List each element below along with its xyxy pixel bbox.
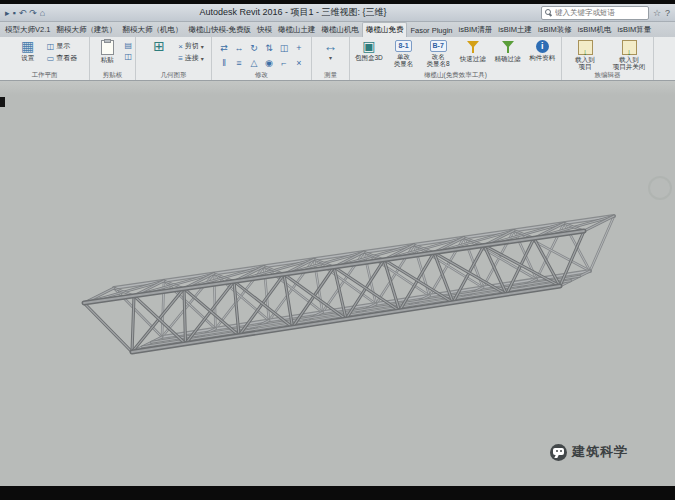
join-icon: ≡ <box>178 54 183 63</box>
quick-access-toolbar: ▸ ▪ ↶ ↷ ⌂ <box>5 8 45 18</box>
ribbon-tab[interactable]: isBIM机电 <box>575 23 615 37</box>
panel-label: 工作平面 <box>0 70 89 80</box>
save-icon[interactable]: ▪ <box>13 8 16 18</box>
ribbon: ▦ 设置 ◫ 显示 ▭ 查看器 工作平面 <box>0 37 675 81</box>
panel-workplane: ▦ 设置 ◫ 显示 ▭ 查看器 工作平面 <box>0 37 90 80</box>
undo-icon[interactable]: ↶ <box>19 8 27 18</box>
load-into-project-close-button[interactable]: ↓ 载入到 项目并关闭 <box>608 39 650 70</box>
pin-icon[interactable]: ◉ <box>262 56 276 70</box>
delete-icon[interactable]: × <box>292 56 306 70</box>
quick-filter-button[interactable]: 快速过滤 <box>457 39 489 62</box>
button-label: 剪切 <box>185 41 199 51</box>
rotate-icon[interactable]: ↻ <box>247 41 261 55</box>
load-into-project-close-icon: ↓ <box>622 40 637 55</box>
ribbon-tab[interactable]: 快模 <box>254 23 275 37</box>
open-icon[interactable]: ▸ <box>5 8 10 18</box>
panel-measure: ↔ ▾ 测量 <box>312 37 350 80</box>
panel-glsfree-tools: ▣ 包围盒3D 8-1 单改 类显名 B-7 改名 类显名8 快速过滤 <box>350 37 562 80</box>
panel-label: 几何图形 <box>136 70 211 80</box>
chevron-down-icon: ▾ <box>201 43 204 50</box>
set-workplane-button[interactable]: ▦ 设置 <box>12 39 44 61</box>
panel-label: 修改 <box>212 70 311 80</box>
scale-icon[interactable]: △ <box>247 56 261 70</box>
paste-button[interactable]: 粘贴 <box>93 39 121 63</box>
ribbon-tab[interactable]: 模型大师V2.1 <box>2 23 53 37</box>
info-icon: i <box>536 40 549 53</box>
trim-icon[interactable]: ⌐ <box>277 56 291 70</box>
ribbon-tab-active[interactable]: 橄榄山免费 <box>362 22 408 37</box>
array-icon[interactable]: ≡ <box>232 56 246 70</box>
chat-bubble-logo-icon <box>550 444 567 461</box>
panel-label: 橄榄山(免费效率工具) <box>350 70 561 80</box>
panel-label: 族编辑器 <box>562 70 653 80</box>
help-icon[interactable]: ? <box>665 8 670 18</box>
button-label: 快速过滤 <box>460 55 486 62</box>
panel-family-editor: ↓ 载入到 项目 ↓ 载入到 项目并关闭 族编辑器 <box>562 37 654 80</box>
move-icon[interactable]: ↔ <box>232 41 246 55</box>
precise-filter-button[interactable]: 精确过滤 <box>492 39 524 62</box>
geometry-button[interactable]: ⊞ <box>143 39 175 54</box>
favorites-icon[interactable]: ☆ <box>653 8 661 18</box>
bottom-edge-bar <box>0 486 675 500</box>
button-label: 查看器 <box>56 53 77 63</box>
workplane-grid-icon: ▦ <box>21 39 34 54</box>
ribbon-tab-bar: 模型大师V2.1 翻模大师（建筑） 翻模大师（机电） 橄榄山快模-免费版 快模 … <box>0 22 675 37</box>
copy-icon[interactable]: ◫ <box>277 41 291 55</box>
home-icon[interactable]: ⌂ <box>40 8 45 18</box>
button-label: 显示 <box>56 41 70 51</box>
rename-batch-icon: B-7 <box>430 40 447 52</box>
redo-icon[interactable]: ↷ <box>29 8 37 18</box>
button-label: 粘贴 <box>101 56 114 63</box>
panel-label: 测量 <box>312 70 349 80</box>
add-icon[interactable]: + <box>292 41 306 55</box>
truss-model-wireframe <box>0 81 675 486</box>
ribbon-tab[interactable]: Fasor Plugin <box>407 24 455 37</box>
ribbon-tab[interactable]: 橄榄山土建 <box>275 23 319 37</box>
ribbon-tab[interactable]: isBIM清册 <box>456 23 496 37</box>
ribbon-tab[interactable]: 翻模大师（建筑） <box>53 23 119 37</box>
navigation-wheel-icon[interactable] <box>648 176 672 200</box>
ribbon-tab[interactable]: 橄榄山机电 <box>318 23 362 37</box>
panel-clipboard: 粘贴 ▤ ◫ 剪贴板 <box>90 37 136 80</box>
panel-label: 剪贴板 <box>90 70 135 80</box>
load-into-project-button[interactable]: ↓ 载入到 项目 <box>565 39 605 70</box>
button-label: 单改 类显名 <box>394 53 414 67</box>
ribbon-tab[interactable]: 翻模大师（机电） <box>119 23 185 37</box>
revit-window: ▸ ▪ ↶ ↷ ⌂ Autodesk Revit 2016 - 项目1 - 三维… <box>0 0 675 500</box>
panel-geometry: ⊞ × 剪切 ▾ ≡ 连接 ▾ 几何图形 <box>136 37 212 80</box>
ribbon-tab[interactable]: isBIM装修 <box>535 23 575 37</box>
watermark-text: 建筑科学 <box>572 443 628 461</box>
cut-icon: × <box>178 42 183 51</box>
measure-icon: ↔ <box>324 39 338 54</box>
measure-button[interactable]: ↔ ▾ <box>315 39 346 61</box>
button-label: 构件资料 <box>529 54 555 61</box>
title-bar: ▸ ▪ ↶ ↷ ⌂ Autodesk Revit 2016 - 项目1 - 三维… <box>0 4 675 22</box>
3d-viewport[interactable]: 建筑科学 <box>0 81 675 486</box>
search-input[interactable] <box>555 8 645 18</box>
element-info-button[interactable]: i 构件资料 <box>526 39 558 61</box>
modify-tools-grid: ⇄ ↔ ↻ ⇅ ◫ + ‖ ≡ △ ◉ ⌐ × <box>217 39 306 70</box>
button-label: 载入到 项目并关闭 <box>613 56 646 70</box>
copy-icon[interactable]: ▤ <box>124 41 132 50</box>
ribbon-tab[interactable]: isBIM算量 <box>615 23 655 37</box>
match-type-icon[interactable]: ◫ <box>124 52 132 61</box>
ribbon-tab[interactable]: 橄榄山快模-免费版 <box>185 23 254 37</box>
cut-geometry-button[interactable]: × 剪切 ▾ <box>178 41 204 51</box>
bounding-box-icon: ▣ <box>362 39 375 54</box>
split-icon[interactable]: ‖ <box>217 56 231 70</box>
button-label: 设置 <box>21 54 34 61</box>
viewer-button[interactable]: ▭ 查看器 <box>47 53 78 63</box>
chevron-down-icon: ▾ <box>201 55 204 62</box>
show-workplane-button[interactable]: ◫ 显示 <box>47 41 78 51</box>
ribbon-tab[interactable]: isBIM土建 <box>495 23 535 37</box>
rename-batch-button[interactable]: B-7 改名 类显名8 <box>422 39 454 67</box>
button-label: 改名 类显名8 <box>427 53 450 67</box>
titlebar-right: ☆ ? <box>541 6 670 20</box>
button-label: 载入到 项目 <box>575 56 595 70</box>
rename-single-button[interactable]: 8-1 单改 类显名 <box>388 39 420 67</box>
bounding-box-3d-button[interactable]: ▣ 包围盒3D <box>353 39 385 61</box>
swap-icon[interactable]: ⇄ <box>217 41 231 55</box>
precise-filter-funnel-icon <box>501 40 515 54</box>
mirror-icon[interactable]: ⇅ <box>262 41 276 55</box>
join-geometry-button[interactable]: ≡ 连接 ▾ <box>178 53 204 63</box>
